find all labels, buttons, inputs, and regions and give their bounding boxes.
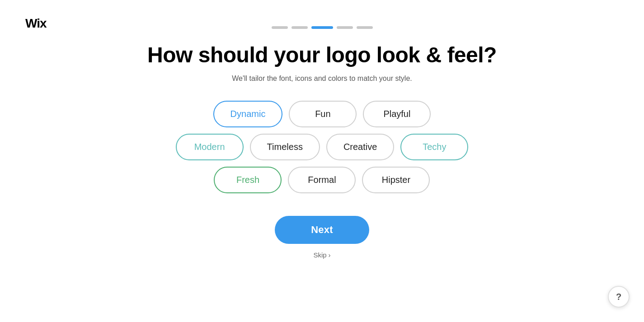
options-row-3: Fresh Formal Hipster [214, 167, 430, 193]
option-fun[interactable]: Fun [289, 101, 357, 127]
actions-container: Next Skip › [275, 216, 369, 259]
style-options-grid: Dynamic Fun Playful Modern Timeless Crea… [176, 101, 469, 193]
progress-bar [0, 0, 644, 29]
option-fresh[interactable]: Fresh [214, 167, 282, 193]
skip-label: Skip [313, 251, 326, 259]
option-playful[interactable]: Playful [363, 101, 431, 127]
wix-logo: Wix [25, 16, 47, 31]
next-button[interactable]: Next [275, 216, 369, 244]
progress-step-3 [311, 26, 333, 29]
main-content: How should your logo look & feel? We'll … [0, 29, 644, 259]
page-title: How should your logo look & feel? [147, 42, 497, 67]
option-hipster[interactable]: Hipster [362, 167, 430, 193]
skip-chevron-icon: › [329, 251, 331, 259]
page-subtitle: We'll tailor the font, icons and colors … [232, 75, 412, 83]
option-dynamic[interactable]: Dynamic [213, 101, 283, 127]
progress-step-5 [357, 26, 373, 29]
progress-step-4 [337, 26, 353, 29]
options-row-2: Modern Timeless Creative Techy [176, 134, 469, 160]
option-modern[interactable]: Modern [176, 134, 244, 160]
progress-step-2 [291, 26, 308, 29]
option-techy[interactable]: Techy [400, 134, 468, 160]
option-formal[interactable]: Formal [288, 167, 356, 193]
option-timeless[interactable]: Timeless [250, 134, 320, 160]
progress-step-1 [272, 26, 288, 29]
help-button[interactable]: ? [608, 286, 630, 308]
options-row-1: Dynamic Fun Playful [213, 101, 431, 127]
skip-link[interactable]: Skip › [313, 251, 330, 259]
option-creative[interactable]: Creative [326, 134, 394, 160]
